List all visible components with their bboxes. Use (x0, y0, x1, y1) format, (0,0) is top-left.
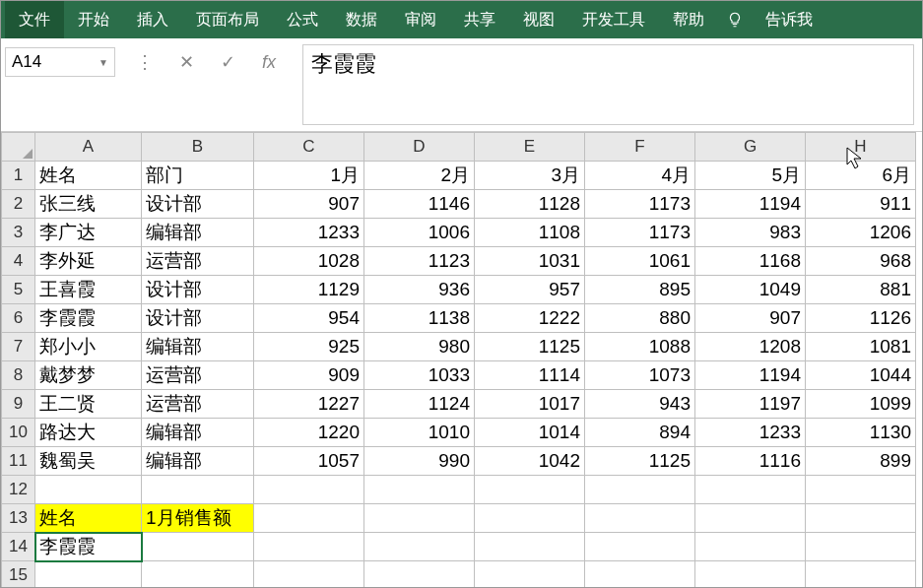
ribbon-tab-data[interactable]: 数据 (332, 1, 391, 38)
cell[interactable] (142, 533, 254, 561)
cell[interactable] (806, 533, 916, 561)
cell[interactable]: 1227 (254, 390, 364, 419)
cell[interactable]: 1010 (364, 419, 475, 447)
cell[interactable] (806, 561, 916, 589)
cell[interactable]: 957 (475, 276, 585, 304)
cell[interactable]: 设计部 (142, 304, 254, 333)
cell[interactable]: 编辑部 (142, 419, 254, 447)
cell[interactable] (475, 533, 585, 561)
cell[interactable]: 1006 (364, 219, 475, 247)
ribbon-tab-review[interactable]: 审阅 (391, 1, 450, 38)
cell[interactable]: 运营部 (142, 361, 254, 390)
cell[interactable]: 设计部 (142, 276, 254, 304)
fx-button[interactable]: fx (251, 47, 287, 77)
cell[interactable]: 3月 (475, 162, 585, 190)
cell[interactable]: 1128 (475, 190, 585, 219)
cell[interactable]: 907 (254, 190, 364, 219)
ribbon-tab-insert[interactable]: 插入 (123, 1, 182, 38)
cell[interactable]: 1031 (475, 247, 585, 276)
cell[interactable]: 880 (585, 304, 695, 333)
cell[interactable]: 895 (585, 276, 695, 304)
cell[interactable]: 1208 (695, 333, 806, 361)
cell[interactable]: 909 (254, 361, 364, 390)
cancel-button[interactable]: ✕ (168, 47, 204, 77)
cell[interactable]: 954 (254, 304, 364, 333)
cell[interactable] (475, 504, 585, 533)
cell[interactable]: 李广达 (35, 219, 142, 247)
cell[interactable]: 姓名 (35, 504, 142, 533)
cell[interactable]: 李霞霞 (35, 304, 142, 333)
cell[interactable]: 1116 (695, 447, 806, 476)
cell[interactable] (695, 476, 806, 504)
cell[interactable]: 968 (806, 247, 916, 276)
cell[interactable]: 911 (806, 190, 916, 219)
cell[interactable] (806, 504, 916, 533)
expand-button[interactable]: ⋮ (127, 47, 163, 77)
cell[interactable]: 1124 (364, 390, 475, 419)
cell[interactable]: 1168 (695, 247, 806, 276)
cell[interactable]: 1017 (475, 390, 585, 419)
cell[interactable]: 路达大 (35, 419, 142, 447)
row-header[interactable]: 14 (2, 533, 35, 561)
row-header[interactable]: 3 (2, 219, 35, 247)
cell[interactable] (475, 476, 585, 504)
cell[interactable]: 运营部 (142, 247, 254, 276)
row-header[interactable]: 9 (2, 390, 35, 419)
row-header[interactable]: 6 (2, 304, 35, 333)
cell[interactable] (142, 476, 254, 504)
cell[interactable] (364, 504, 475, 533)
cell[interactable]: 1220 (254, 419, 364, 447)
cell[interactable]: 1114 (475, 361, 585, 390)
row-header[interactable]: 5 (2, 276, 35, 304)
cell[interactable]: 1173 (585, 219, 695, 247)
cell[interactable]: 戴梦梦 (35, 361, 142, 390)
cell[interactable] (142, 561, 254, 589)
col-header-F[interactable]: F (585, 133, 695, 162)
cell[interactable]: 编辑部 (142, 447, 254, 476)
cell[interactable]: 980 (364, 333, 475, 361)
cell[interactable]: 1108 (475, 219, 585, 247)
cell[interactable]: 899 (806, 447, 916, 476)
name-box[interactable]: A14 ▼ (5, 47, 115, 77)
formula-input[interactable]: 李霞霞 (302, 44, 914, 125)
cell[interactable]: 1081 (806, 333, 916, 361)
col-header-E[interactable]: E (475, 133, 585, 162)
row-header[interactable]: 7 (2, 333, 35, 361)
cell[interactable]: 1028 (254, 247, 364, 276)
cell[interactable] (806, 476, 916, 504)
cell[interactable]: 894 (585, 419, 695, 447)
cell[interactable] (585, 476, 695, 504)
cell[interactable]: 1138 (364, 304, 475, 333)
cell[interactable]: 李外延 (35, 247, 142, 276)
cell[interactable] (254, 561, 364, 589)
cell[interactable] (254, 504, 364, 533)
cell[interactable]: 983 (695, 219, 806, 247)
row-header[interactable]: 8 (2, 361, 35, 390)
row-header[interactable]: 15 (2, 561, 35, 589)
cell[interactable] (585, 504, 695, 533)
cell[interactable]: 姓名 (35, 162, 142, 190)
cell[interactable]: 王喜霞 (35, 276, 142, 304)
cell[interactable]: 5月 (695, 162, 806, 190)
cell[interactable] (35, 476, 142, 504)
cell[interactable]: 1月 (254, 162, 364, 190)
cell[interactable]: 1033 (364, 361, 475, 390)
cell[interactable]: 部门 (142, 162, 254, 190)
cell[interactable]: 1233 (254, 219, 364, 247)
cell[interactable]: 1099 (806, 390, 916, 419)
ribbon-tab-view[interactable]: 视图 (509, 1, 568, 38)
row-header[interactable]: 2 (2, 190, 35, 219)
cell[interactable]: 1061 (585, 247, 695, 276)
cell[interactable]: 郑小小 (35, 333, 142, 361)
cell[interactable]: 1月销售额 (142, 504, 254, 533)
ribbon-tab-file[interactable]: 文件 (5, 1, 64, 38)
cell[interactable]: 1123 (364, 247, 475, 276)
cell[interactable]: 1057 (254, 447, 364, 476)
cell[interactable]: 1088 (585, 333, 695, 361)
row-header[interactable]: 11 (2, 447, 35, 476)
cell[interactable]: 2月 (364, 162, 475, 190)
cell[interactable]: 1044 (806, 361, 916, 390)
cell[interactable] (364, 533, 475, 561)
cell[interactable]: 1125 (585, 447, 695, 476)
cell[interactable]: 张三线 (35, 190, 142, 219)
